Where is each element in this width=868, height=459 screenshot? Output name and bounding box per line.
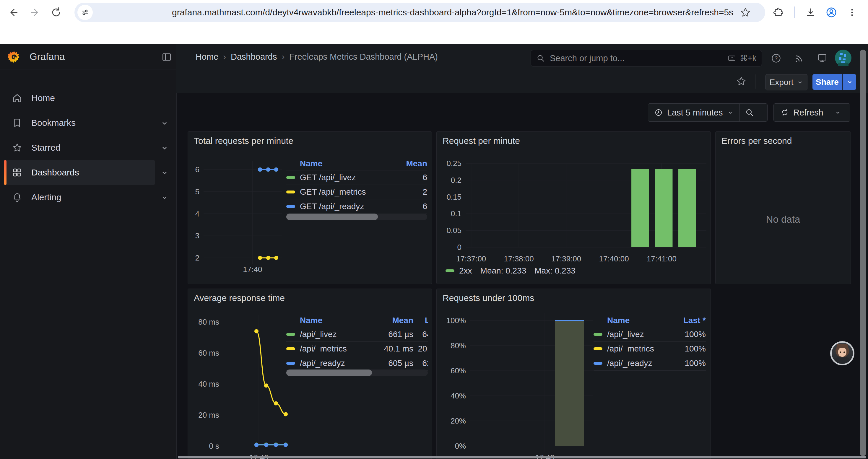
svg-text:17:38:00: 17:38:00 [504,254,534,263]
chevron-down-icon[interactable] [161,194,168,201]
chevron-down-icon [846,79,853,85]
vertical-scrollbar[interactable] [860,50,866,456]
actions-divider [755,74,755,89]
legend-row[interactable]: /api/_livez 661 µs 646 µs [286,327,428,342]
avatar-image [832,342,853,364]
floating-assistant-avatar[interactable] [830,341,855,365]
legend-row[interactable]: /api/_readyz 100% [593,356,706,371]
series-marker [593,333,602,336]
sidebar-item-starred[interactable]: Starred [0,135,176,160]
refresh-interval-button[interactable] [830,104,845,121]
chevron-down-icon [727,109,734,116]
favorite-dashboard-star-icon[interactable] [736,76,747,87]
series-max: Max: 0.233 [534,266,576,275]
chevron-down-icon[interactable] [161,169,168,177]
legend-row[interactable]: /api/_readyz 605 µs 620 µs [286,356,428,371]
help-icon[interactable]: ? [771,53,782,64]
legend-col-name[interactable]: Name [300,316,372,325]
sidebar-toggle-icon[interactable] [161,52,172,63]
series-marker [593,347,602,350]
chevron-down-icon[interactable] [161,144,168,152]
legend-col-name[interactable]: Name [607,316,673,325]
breadcrumb-home[interactable]: Home [195,52,218,62]
sidebar-item-label: Dashboards [31,160,79,185]
svg-text:0 s: 0 s [209,441,219,451]
legend-row[interactable]: /api/_metrics 40.1 ms 20.5 ms [286,342,428,356]
zoom-out-time-button[interactable] [740,104,759,121]
url-bar[interactable]: grafana.mathmast.com/d/deytv4rwavabkb/fr… [74,3,765,22]
legend-row[interactable]: /api/_livez 100% [593,327,706,342]
legend-col-name[interactable]: Name [300,159,401,168]
panel-title[interactable]: Errors per second [721,136,792,146]
browser-back-icon[interactable] [7,6,20,19]
panel-request-per-minute: Request per minute 0.250.20.150.10.05017… [436,131,711,284]
dashboard-actions-row [176,69,868,93]
series-mean: 661 µs [372,330,413,339]
legend-scrollbar[interactable] [286,214,427,220]
export-button[interactable]: Export [766,74,807,90]
legend-col-last[interactable]: Last * [673,316,706,325]
legend-row[interactable]: GET /api/_livez 6 [286,170,427,185]
series-last: 620 µs [413,359,428,368]
search-box[interactable]: ⌘+k [531,50,762,66]
legend-col-mean[interactable]: Mean [401,159,427,168]
user-avatar[interactable] [835,50,851,66]
series-marker [286,347,295,350]
browser-reload-icon[interactable] [50,6,63,19]
sidebar-item-label: Bookmarks [31,110,75,135]
search-icon [531,54,549,63]
bell-icon [12,192,23,203]
legend-row[interactable]: GET /api/_metrics 2 [286,185,427,199]
sidebar-item-label: Starred [31,135,60,160]
svg-text:17:37:00: 17:37:00 [456,254,486,263]
chevron-down-icon [797,79,803,86]
series-name: /api/_readyz [300,359,372,368]
rss-news-icon[interactable] [794,53,805,64]
toolbar-divider [794,6,795,18]
sidebar-item-bookmarks[interactable]: Bookmarks [0,110,176,135]
profile-icon[interactable] [825,6,838,19]
horizontal-scrollbar[interactable] [178,456,866,458]
svg-text:0: 0 [457,243,462,252]
legend-col-last[interactable]: Last * [413,316,428,325]
series-mean: Mean: 0.233 [480,266,526,275]
legend-scrollbar[interactable] [286,369,428,376]
url-text[interactable]: grafana.mathmast.com/d/deytv4rwavabkb/fr… [172,3,733,22]
chart-legend: 2xx Mean: 0.233 Max: 0.233 [445,264,576,277]
monitor-icon[interactable] [816,53,828,64]
no-data-message: No data [716,214,850,225]
legend-header: Name Mean [286,157,427,170]
browser-forward-icon[interactable] [28,6,41,19]
downloads-icon[interactable] [804,6,817,19]
legend-col-mean[interactable]: Mean [372,316,413,325]
series-name: /api/_livez [607,330,673,339]
sidebar-item-home[interactable]: Home [0,86,176,110]
legend-header: Name Last * [593,314,706,327]
svg-text:60%: 60% [451,366,466,375]
sidebar-item-dashboards[interactable]: Dashboards [0,160,176,185]
share-button[interactable]: Share [812,74,842,90]
grafana-logo[interactable] [8,50,21,64]
grafana-brand: Grafana [30,44,65,69]
legend-row[interactable]: GET /api/_readyz 6 [286,199,427,214]
site-settings-icon[interactable] [78,5,93,20]
breadcrumb: Home › Dashboards › Freeleaps Metrics Da… [195,44,438,69]
breadcrumb-separator: › [218,52,231,62]
refresh-button[interactable]: Refresh [774,104,830,121]
time-range-label: Last 5 minutes [667,108,723,118]
breadcrumb-current: Freeleaps Metrics Dashboard (ALPHA) [289,52,438,62]
sidebar-item-alerting[interactable]: Alerting [0,185,176,210]
share-menu-button[interactable] [843,74,856,90]
extensions-icon[interactable] [772,6,785,19]
breadcrumb-dashboards[interactable]: Dashboards [231,52,277,62]
time-range-picker[interactable]: Last 5 minutes [648,104,740,121]
search-input[interactable] [549,53,727,64]
browser-menu-icon[interactable] [845,6,859,19]
svg-text:60 ms: 60 ms [198,349,219,357]
legend-row[interactable]: /api/_metrics 100% [593,342,706,356]
series-name[interactable]: 2xx [459,266,472,275]
bookmark-star-icon[interactable] [740,7,751,18]
chevron-down-icon[interactable] [161,119,168,127]
search-shortcut: ⌘+k [727,54,762,63]
svg-text:4: 4 [195,209,199,218]
